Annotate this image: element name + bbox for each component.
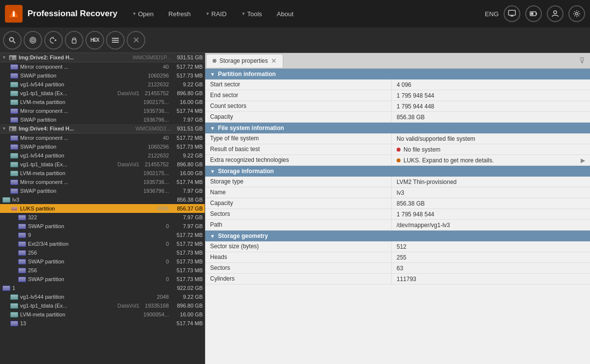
menu-refresh[interactable]: Refresh <box>163 7 196 21</box>
partition-info-header[interactable]: ▼ Partition information <box>205 69 590 79</box>
svg-rect-7 <box>536 13 537 15</box>
lock-button[interactable] <box>65 31 83 50</box>
drive-icon <box>8 126 17 131</box>
storage-properties-tab[interactable]: Storage properties ✕ <box>206 54 283 68</box>
prop-value: 111793 <box>392 274 590 284</box>
list-item[interactable]: 256 517.73 MB <box>0 266 205 275</box>
list-item[interactable]: SWAP partition 0 7.97 GB <box>0 222 205 231</box>
drive-icon <box>8 54 17 60</box>
list-item[interactable]: LVM-meta partition 1902175... 16.00 GB <box>0 169 205 178</box>
prop-row-storage-type: Storage type LVM2 Thin-provisioned <box>205 177 590 187</box>
section-title: Storage geometry <box>218 233 268 239</box>
user-icon-btn[interactable] <box>547 5 563 22</box>
prop-value: /dev/mapper/vg1-lv3 <box>392 220 590 230</box>
svg-point-2 <box>13 11 15 13</box>
prop-row-path: Path /dev/mapper/vg1-lv3 <box>205 220 590 231</box>
collapse-arrow-icon: ▼ <box>210 72 215 77</box>
svg-rect-5 <box>511 15 512 16</box>
expand-arrow-icon[interactable]: ▶ <box>581 157 585 164</box>
tools-menu-arrow: ▼ <box>241 11 246 16</box>
list-item[interactable]: Ext2/3/4 partition 0 517.72 MB <box>0 239 205 248</box>
drive-name: Img:Drive2: Fixed H... <box>19 54 131 60</box>
storage-geometry-header[interactable]: ▼ Storage geometry <box>205 231 590 241</box>
menu-open[interactable]: ▼ Open <box>127 7 159 21</box>
menu-tools[interactable]: ▼ Tools <box>237 7 267 21</box>
collapse-arrow-icon: ▼ <box>210 169 215 174</box>
list-item[interactable]: SWAP partition 1060296 517.73 MB <box>0 71 205 80</box>
prop-row-sectors: Sectors 1 795 948 544 <box>205 209 590 220</box>
prop-label: Type of file system <box>205 133 392 144</box>
list-item[interactable]: Mirror component ... 1935736... 517.74 M… <box>0 178 205 186</box>
svg-rect-16 <box>72 40 76 43</box>
app-logo <box>5 5 23 23</box>
prop-label: Extra recognized technologies <box>205 155 392 165</box>
list-item[interactable]: SWAP partition 0 517.73 MB <box>0 275 205 284</box>
search-button[interactable] <box>3 31 22 50</box>
prop-value: No file system <box>392 144 590 155</box>
main-area: ▼ Img:Drive2: Fixed H... WMC6M0D1P... 93… <box>0 53 590 364</box>
prop-value: 63 <box>392 263 590 273</box>
drive-header-2[interactable]: ▼ Img:Drive4: Fixed H... WMC6M0D2... 931… <box>0 124 205 133</box>
filesystem-info-header[interactable]: ▼ File system information <box>205 123 590 133</box>
language-selector[interactable]: ENG <box>485 10 499 18</box>
properties-content: ▼ Partition information Start sector 4 0… <box>205 69 590 364</box>
tab-label: Storage properties <box>219 57 268 64</box>
list-item[interactable]: lv3 856.38 GB <box>0 195 205 204</box>
section-title: File system information <box>218 125 284 131</box>
storage-info-header[interactable]: ▼ Storage information <box>205 166 590 177</box>
list-item[interactable]: Mirror component ... 40 517.72 MB <box>0 62 205 71</box>
menu-about[interactable]: About <box>272 7 298 21</box>
list-item[interactable]: LVM-meta partition 1902175... 16.00 GB <box>0 98 205 106</box>
battery-icon-btn[interactable] <box>525 5 542 22</box>
list-item[interactable]: vg1-lv544 partition 2122632 9.22 GB <box>0 80 205 89</box>
list-item[interactable]: Mirror component ... 1935736... 517.74 M… <box>0 106 205 115</box>
open-menu-arrow: ▼ <box>132 11 136 16</box>
prop-value: 856.38 GB <box>392 198 590 208</box>
prop-row-end-sector: End sector 1 795 948 544 <box>205 90 590 101</box>
svg-rect-8 <box>531 13 534 15</box>
list-item[interactable]: 13 517.74 MB <box>0 319 205 328</box>
list-item[interactable]: 256 517.73 MB <box>0 248 205 257</box>
hex-button[interactable]: HEX <box>85 31 104 50</box>
scan-button[interactable] <box>24 31 42 50</box>
list-item[interactable]: vg1-tp1_tdata (Ex... DataVol1 19335168 8… <box>0 301 205 310</box>
list-item[interactable]: 322 7.97 GB <box>0 213 205 222</box>
filter-icon[interactable]: ⊽ <box>579 56 589 65</box>
recover-button[interactable] <box>44 31 63 50</box>
list-item[interactable]: 1 922.02 GB <box>0 284 205 292</box>
svg-point-9 <box>554 11 557 14</box>
drive-header-1[interactable]: ▼ Img:Drive2: Fixed H... WMC6M0D1P... 93… <box>0 53 205 62</box>
prop-value: 1 795 944 448 <box>392 101 590 111</box>
titlebar: Professional Recovery ▼ Open Refresh ▼ R… <box>0 0 590 27</box>
tab-close-button[interactable]: ✕ <box>271 57 277 65</box>
drive-serial: WMC6M0D2... <box>135 126 171 131</box>
luks-partition-item[interactable]: LUKS partition 4096 856.37 GB <box>0 204 205 213</box>
list-item[interactable]: vg1-lv544 partition 2048 9.22 GB <box>0 292 205 301</box>
list-item[interactable]: vg1-lv544 partition 2122632 9.22 GB <box>0 151 205 160</box>
prop-value: 1 795 948 544 <box>392 90 590 101</box>
list-item[interactable]: LVM-meta partition 1900054... 16.00 GB <box>0 310 205 319</box>
list-item[interactable]: vg1-tp1_tdata (Ex... DataVol1 21455752 8… <box>0 89 205 98</box>
list-item[interactable]: Mirror component ... 40 517.72 MB <box>0 133 205 142</box>
prop-row-sector-size: Sector size (bytes) 512 <box>205 241 590 252</box>
list-item[interactable]: 9 517.72 MB <box>0 231 205 239</box>
raid-menu-arrow: ▼ <box>206 11 210 16</box>
prop-label: Storage type <box>205 177 392 187</box>
list-item[interactable]: SWAP partition 1060296 517.73 MB <box>0 142 205 151</box>
monitor-icon-btn[interactable] <box>504 5 520 22</box>
close-button[interactable]: ✕ <box>127 31 145 50</box>
prop-row-extra-tech: Extra recognized technologies LUKS. Expa… <box>205 155 590 166</box>
prop-row-capacity-1: Capacity 856.38 GB <box>205 112 590 123</box>
list-item[interactable]: SWAP partition 1936796... 7.97 GB <box>0 186 205 195</box>
settings-icon-btn[interactable] <box>568 5 585 22</box>
prop-label: Sectors <box>205 209 392 219</box>
menu-raid[interactable]: ▼ RAID <box>201 7 232 21</box>
prop-label: Result of basic test <box>205 144 392 155</box>
prop-value: 255 <box>392 252 590 262</box>
list-item[interactable]: SWAP partition 0 517.73 MB <box>0 257 205 266</box>
list-item[interactable]: SWAP partition 1936796... 7.97 GB <box>0 115 205 124</box>
prop-value: 4 096 <box>392 79 590 90</box>
list-item[interactable]: vg1-tp1_tdata (Ex... DataVol1 21455752 8… <box>0 160 205 169</box>
list-button[interactable] <box>106 31 125 50</box>
svg-point-11 <box>10 37 14 41</box>
